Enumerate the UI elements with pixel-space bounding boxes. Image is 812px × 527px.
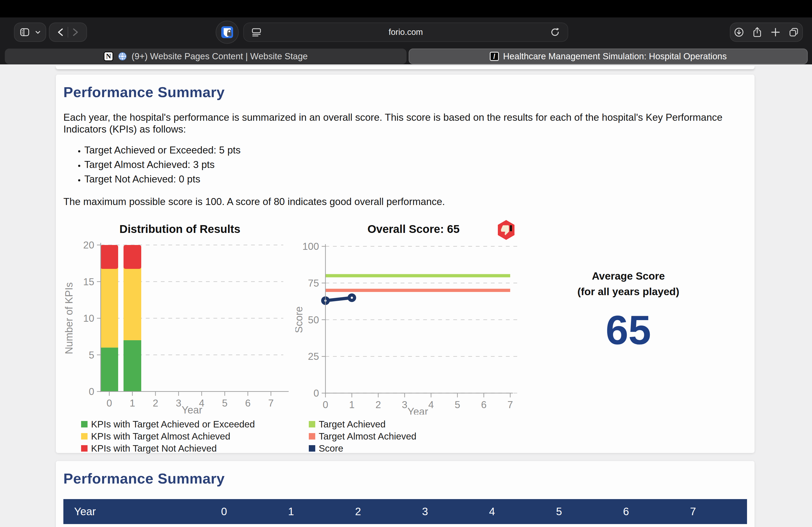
page-title: Performance Summary: [63, 84, 747, 100]
svg-text:0: 0: [323, 399, 329, 410]
legend-label: Target Achieved: [319, 419, 386, 430]
toolbar-action-group: [730, 22, 803, 42]
svg-text:2: 2: [375, 399, 381, 410]
legend-label: Target Almost Achieved: [319, 431, 417, 442]
performance-table-card: Performance Summary Year 0 1 2 3 4 5 6 7: [56, 461, 755, 527]
reader-view-icon[interactable]: [251, 27, 262, 38]
notion-favicon-icon: N: [104, 51, 113, 61]
legend-item: KPIs with Target Achieved or Exceeded: [81, 418, 298, 431]
list-item: Target Not Achieved: 0 pts: [84, 174, 747, 185]
table-section-title: Performance Summary: [63, 470, 747, 487]
svg-text:3: 3: [402, 399, 408, 410]
tab-healthcare-simulation[interactable]: / Healthcare Management Simulation: Hosp…: [409, 48, 808, 64]
chevron-down-icon: [34, 29, 41, 36]
svg-text:7: 7: [508, 399, 513, 410]
globe-favicon-icon: [118, 51, 127, 61]
legend-item: KPIs with Target Almost Achieved: [81, 431, 298, 442]
svg-text:50: 50: [308, 314, 319, 325]
score-chart-block: Overall Score: 65 025507510001234567Year…: [295, 222, 532, 454]
share-button[interactable]: [752, 27, 763, 38]
table-header-col: 1: [278, 506, 345, 517]
distribution-chart: 0510152001234567YearNumber of KPIs: [62, 238, 298, 415]
page-viewport: Performance Summary Each year, the hospi…: [0, 64, 812, 527]
svg-text:20: 20: [83, 240, 94, 251]
svg-text:0: 0: [313, 388, 319, 399]
svg-text:15: 15: [83, 276, 94, 287]
legend-swatch-green: [81, 421, 88, 427]
downloads-button[interactable]: [733, 27, 744, 38]
password-extension-button[interactable]: [216, 21, 239, 44]
legend-swatch-target-achieved: [309, 421, 315, 427]
list-item: Target Almost Achieved: 3 pts: [84, 159, 747, 170]
table-header-col: 6: [613, 506, 680, 517]
table-header-row: Year 0 1 2 3 4 5 6 7: [63, 499, 747, 524]
svg-text:Year: Year: [408, 406, 428, 415]
svg-text:Score: Score: [295, 306, 305, 333]
svg-text:4: 4: [428, 399, 434, 410]
legend-swatch-red: [81, 445, 88, 452]
previous-card-edge: [56, 66, 755, 69]
performance-summary-card: Performance Summary Each year, the hospi…: [56, 75, 755, 453]
table-header-col: 5: [546, 506, 613, 517]
macos-menubar: [0, 0, 812, 17]
tab-overview-button[interactable]: [788, 27, 799, 38]
forio-favicon-icon: /: [490, 52, 499, 61]
thumbs-down-badge-icon: [496, 219, 516, 241]
tab-title: (9+) Website Pages Content | Website Sta…: [132, 51, 308, 61]
distribution-chart-block: Distribution of Results 0510152001234567…: [62, 222, 298, 454]
svg-text:3: 3: [176, 398, 182, 409]
svg-text:0: 0: [106, 398, 112, 409]
charts-row: Distribution of Results 0510152001234567…: [63, 222, 747, 454]
svg-text:6: 6: [245, 398, 251, 409]
svg-text:1: 1: [349, 399, 355, 410]
svg-text:5: 5: [454, 399, 460, 410]
nav-button-group: [49, 22, 87, 42]
tab-website-pages[interactable]: N (9+) Website Pages Content | Website S…: [5, 48, 407, 64]
table-header-year: Year: [63, 506, 211, 517]
svg-text:6: 6: [481, 399, 487, 410]
sidebar-toggle-button[interactable]: [14, 22, 46, 42]
svg-text:100: 100: [302, 241, 319, 252]
browser-toolbar: forio.com: [0, 17, 812, 47]
new-tab-button[interactable]: [770, 27, 781, 38]
average-score-label: Average Score: [553, 270, 704, 282]
legend-label: KPIs with Target Not Achieved: [91, 443, 217, 454]
score-legend: Target Achieved Target Almost Achieved S…: [309, 418, 532, 454]
legend-swatch-yellow: [81, 433, 88, 439]
bitwarden-shield-icon: [220, 25, 234, 39]
max-score-note: The maximum possible score is 100. A sco…: [63, 196, 747, 207]
sidebar-icon: [19, 26, 31, 38]
average-score-sublabel: (for all years played): [553, 286, 704, 298]
url-text[interactable]: forio.com: [262, 27, 549, 37]
table-header-col: 0: [211, 506, 278, 517]
back-button[interactable]: [54, 26, 68, 38]
legend-item: Target Almost Achieved: [309, 431, 532, 442]
distribution-legend: KPIs with Target Achieved or Exceeded KP…: [81, 418, 298, 454]
svg-text:25: 25: [308, 351, 319, 362]
table-header-col: 2: [345, 506, 412, 517]
score-chart: 025507510001234567YearScore: [295, 238, 532, 415]
svg-text:5: 5: [222, 398, 228, 409]
legend-item: Score: [309, 442, 532, 454]
table-header-col: 7: [680, 506, 747, 517]
svg-text:1: 1: [130, 398, 135, 409]
svg-text:Year: Year: [182, 404, 202, 415]
svg-text:Number of KPIs: Number of KPIs: [63, 282, 75, 354]
forward-button[interactable]: [68, 26, 82, 38]
legend-item: KPIs with Target Not Achieved: [81, 442, 298, 454]
list-item: Target Achieved or Exceeded: 5 pts: [84, 145, 747, 156]
average-score-value: 65: [553, 307, 704, 353]
svg-text:75: 75: [308, 278, 319, 289]
legend-label: KPIs with Target Achieved or Exceeded: [91, 419, 255, 430]
legend-item: Target Achieved: [309, 418, 532, 431]
table-header-col: 3: [412, 506, 479, 517]
intro-paragraph: Each year, the hospital's performance is…: [63, 111, 742, 136]
address-bar[interactable]: forio.com: [243, 22, 568, 42]
distribution-chart-title: Distribution of Results: [62, 222, 298, 238]
svg-text:0: 0: [89, 386, 94, 397]
reload-icon[interactable]: [549, 27, 561, 38]
svg-text:2: 2: [153, 398, 158, 409]
table-header-col: 4: [479, 506, 546, 517]
legend-label: Score: [319, 443, 343, 454]
svg-text:7: 7: [268, 398, 274, 409]
